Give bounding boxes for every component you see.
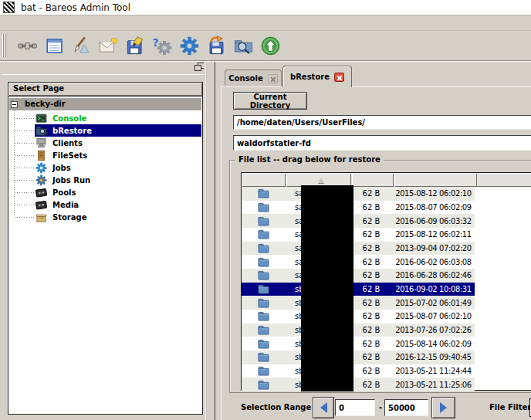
redaction-overlay: [301, 185, 353, 391]
gear-question-icon: [152, 36, 173, 56]
saswi[interactable]: saswi 62 B 2016-06-02 06:03:08: [242, 255, 475, 269]
file-size-cell: 62 B: [350, 299, 392, 307]
jobs-run-gear-icon: [36, 174, 47, 186]
sidebar-item-console[interactable]: Console: [9, 112, 201, 124]
range-increment-button[interactable]: [431, 397, 455, 418]
sbind[interactable]: sbind 62 B 2013-07-26 07:02:26: [242, 323, 475, 337]
file-size-cell: 62 B: [350, 312, 392, 320]
bareos-admin-tool-window: bat - Bareos Admin Tool: [0, 0, 531, 420]
toolbar: [0, 31, 531, 60]
tree-expander-icon[interactable]: [11, 101, 18, 108]
tab-close-icon[interactable]: [268, 74, 278, 83]
folder-icon: [258, 216, 269, 226]
file-size-cell: 62 B: [350, 189, 392, 198]
satho[interactable]: satho 62 B 2016-06-28 06:02:46: [242, 269, 475, 283]
file-date-cell: 2016-12-15 09:40:45: [392, 353, 475, 361]
floppy-arrow-icon: [206, 36, 227, 56]
file-size-cell: 62 B: [350, 258, 392, 266]
email-button[interactable]: [96, 33, 120, 58]
report-button[interactable]: [42, 33, 66, 58]
current-directory-input[interactable]: [233, 115, 531, 130]
sbuet[interactable]: sbuet 62 B 2013-05-21 11:25:06: [242, 378, 475, 391]
sbalm[interactable]: sbalm 62 B 2016-09-02 10:08:31: [242, 283, 475, 296]
menu-file[interactable]: [2, 21, 13, 25]
dock-header-line: [2, 74, 204, 75]
label-button[interactable]: [69, 33, 93, 58]
tab-brestore[interactable]: bRestore: [282, 66, 352, 87]
menu-settings[interactable]: [13, 21, 25, 25]
select-page-header: Select Page: [8, 83, 202, 97]
file-date-cell: 2015-07-02 06:01:49: [392, 299, 475, 307]
range-to-input[interactable]: [384, 399, 428, 416]
tab-close-icon[interactable]: [334, 73, 344, 82]
sidebar-item-media[interactable]: Media: [9, 198, 201, 211]
toolbar-buttons: [12, 33, 282, 58]
folder-icon: [258, 311, 269, 321]
file-date-cell: 2013-05-21 11:24:44: [392, 367, 475, 375]
left-arrow-icon: [320, 402, 327, 413]
sidebar-item-clients[interactable]: Clients: [9, 137, 201, 149]
file-table-body: sasee 62 B 2015-08-12 06:02:10 sasko 62 …: [242, 187, 475, 391]
report-list-icon: [44, 36, 65, 56]
blue-gear-icon: [179, 36, 200, 56]
file-list-group-title: File list -- drag below for restore: [235, 155, 384, 164]
file-date-cell: 2016-06-02 06:03:08: [392, 258, 475, 266]
file-size-cell: 62 B: [350, 217, 392, 225]
splitter-handle[interactable]: [204, 62, 207, 420]
sidebar-item-jobs-run[interactable]: Jobs Run: [9, 174, 201, 186]
sbein[interactable]: sbein 62 B 2015-08-07 06:02:10: [242, 310, 475, 323]
sbreit[interactable]: sbreit 62 B 2016-12-15 09:40:45: [242, 351, 475, 364]
folder-icon: [258, 243, 269, 253]
menu-help[interactable]: [25, 21, 36, 25]
range-decrement-button[interactable]: [313, 397, 334, 418]
current-directory-button[interactable]: Current Directory: [233, 92, 307, 110]
save-button[interactable]: [123, 33, 147, 58]
sidebar-item-storage[interactable]: Storage: [9, 211, 201, 223]
column-header[interactable]: [242, 173, 286, 187]
jobs-gear-icon: [36, 162, 47, 174]
media-tape-icon: [36, 199, 47, 211]
main-panel: Console bRestore Current Directory File …: [215, 62, 531, 420]
column-header[interactable]: [352, 173, 394, 187]
sbock[interactable]: sbock 62 B 2015-08-14 06:02:09: [242, 337, 475, 351]
sbard[interactable]: sbard 62 B 2015-07-02 06:01:49: [242, 296, 475, 310]
sbries[interactable]: sbries 62 B 2013-05-21 11:24:44: [242, 364, 475, 378]
file-date-cell: 2016-06-28 06:02:46: [392, 271, 475, 279]
paintbrush-icon: [71, 36, 92, 56]
file-size-cell: 62 B: [350, 367, 392, 375]
folder-icon: [258, 298, 269, 308]
browse-button[interactable]: [232, 33, 255, 58]
green-up-arrow-icon: [260, 36, 281, 56]
range-separator: -: [379, 398, 382, 418]
file-date-cell: 2013-09-04 07:02:20: [392, 244, 475, 252]
client-input[interactable]: [233, 135, 531, 151]
sassa[interactable]: sassa 62 B 2015-08-12 06:02:11: [242, 228, 475, 242]
saslat[interactable]: saslat 62 B 2016-06-09 06:03:32: [242, 214, 475, 228]
column-header[interactable]: [394, 173, 477, 187]
restore-button[interactable]: [205, 33, 228, 58]
sasko[interactable]: sasko 62 B 2015-08-07 06:02:09: [242, 201, 475, 215]
sidebar-item-pools[interactable]: Pools: [9, 186, 201, 198]
save-edit-icon: [125, 36, 146, 56]
folder-icon: [258, 352, 269, 362]
sidebar-root-becky-dir[interactable]: becky-dir: [9, 98, 201, 110]
range-from-input[interactable]: [335, 399, 375, 416]
preferences-button[interactable]: [151, 33, 174, 58]
file-date-cell: 2015-08-12 06:02:10: [392, 189, 475, 198]
right-arrow-icon: [440, 402, 447, 413]
connect-button[interactable]: [15, 33, 39, 58]
tab-console[interactable]: Console: [225, 69, 282, 86]
toolbar-handle[interactable]: [2, 34, 7, 57]
run-button[interactable]: [178, 33, 201, 58]
sidebar-item-brestore[interactable]: bRestore: [9, 124, 201, 137]
file-size-cell: 62 B: [350, 340, 392, 348]
dock-float-icon[interactable]: [193, 62, 205, 73]
sasee[interactable]: sasee 62 B 2015-08-12 06:02:10: [242, 187, 475, 201]
sidebar-item-jobs[interactable]: Jobs: [9, 161, 201, 174]
file-size-cell: 62 B: [350, 271, 392, 279]
file-date-cell: 2015-08-07 06:02:09: [392, 203, 475, 212]
refresh-button[interactable]: [259, 33, 282, 58]
sidebar-item-filesets[interactable]: FileSets: [9, 149, 201, 161]
file-date-cell: 2013-07-26 07:02:26: [392, 326, 475, 334]
saswi[interactable]: saswi 62 B 2013-09-04 07:02:20: [242, 242, 475, 256]
